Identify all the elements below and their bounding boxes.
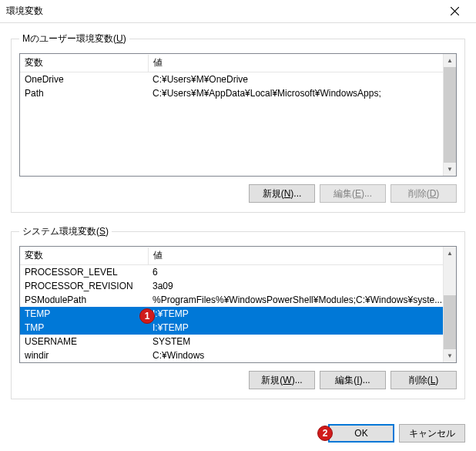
- user-buttons: 新規(N)... 編集(E)... 削除(D): [19, 184, 457, 203]
- user-edit-button: 編集(E)...: [320, 184, 386, 203]
- scroll-thumb[interactable]: [444, 295, 456, 349]
- table-row[interactable]: windirC:¥Windows: [20, 348, 456, 362]
- user-variables-legend: Mのユーザー環境変数(U): [19, 32, 129, 45]
- cell-name: Path: [20, 87, 148, 99]
- cell-name: OneDrive: [20, 73, 148, 86]
- system-variables-legend: システム環境変数(S): [19, 225, 112, 238]
- cell-name: USERNAME: [20, 335, 148, 348]
- title-bar: 環境変数: [0, 0, 476, 23]
- cell-name: windir: [20, 349, 148, 362]
- system-edit-button[interactable]: 編集(I)...: [320, 371, 386, 389]
- user-variables-group: Mのユーザー環境変数(U) 変数 値 OneDrive C:¥Users¥M¥O…: [11, 32, 465, 213]
- scroll-track[interactable]: [444, 67, 456, 163]
- close-button[interactable]: [439, 0, 470, 22]
- cell-value: C:¥Windows: [148, 349, 456, 362]
- cell-value: I:¥TEMP: [148, 321, 456, 334]
- header-variable[interactable]: 変数: [20, 247, 148, 264]
- table-row[interactable]: OneDrive C:¥Users¥M¥OneDrive: [20, 72, 456, 86]
- ok-button[interactable]: OK: [328, 424, 394, 443]
- cell-value: C:¥Users¥M¥OneDrive: [148, 73, 456, 86]
- cell-value: SYSTEM: [148, 335, 456, 348]
- annotation-2: 2: [317, 426, 333, 441]
- user-variables-list[interactable]: 変数 値 OneDrive C:¥Users¥M¥OneDrive Path C…: [19, 53, 457, 177]
- scroll-track[interactable]: [444, 260, 456, 349]
- system-buttons: 新規(W)... 編集(I)... 削除(L): [19, 371, 457, 389]
- scroll-down-icon[interactable]: ▼: [444, 349, 456, 362]
- cell-value: %ProgramFiles%¥WindowsPowerShell¥Modules…: [148, 294, 456, 306]
- scrollbar[interactable]: ▲ ▼: [443, 247, 456, 362]
- dialog-content: Mのユーザー環境変数(U) 変数 値 OneDrive C:¥Users¥M¥O…: [0, 23, 476, 419]
- cell-name: PSModulePath: [20, 294, 148, 306]
- table-row[interactable]: TEMPI:¥TEMP: [20, 307, 456, 321]
- cell-name: TEMP: [20, 308, 148, 320]
- scrollbar[interactable]: ▲ ▼: [443, 54, 456, 176]
- scroll-down-icon[interactable]: ▼: [444, 163, 456, 176]
- cell-value: 3a09: [148, 280, 456, 292]
- user-new-button[interactable]: 新規(N)...: [249, 184, 315, 203]
- cell-name: TMP: [20, 321, 148, 334]
- system-variables-list[interactable]: 1 変数 値 PROCESSOR_LEVEL6 PROCESSOR_REVISI…: [19, 246, 457, 363]
- list-header: 変数 値: [20, 247, 456, 265]
- system-variables-group: システム環境変数(S) 1 変数 値 PROCESSOR_LEVEL6 PROC…: [11, 225, 465, 399]
- table-row[interactable]: USERNAMESYSTEM: [20, 335, 456, 348]
- annotation-1: 1: [139, 308, 155, 324]
- system-new-button[interactable]: 新規(W)...: [249, 371, 315, 389]
- system-delete-button[interactable]: 削除(L): [391, 371, 457, 389]
- window-title: 環境変数: [6, 5, 439, 18]
- header-variable[interactable]: 変数: [20, 54, 148, 72]
- system-rows: PROCESSOR_LEVEL6 PROCESSOR_REVISION3a09 …: [20, 265, 456, 362]
- scroll-thumb[interactable]: [444, 67, 456, 163]
- list-header: 変数 値: [20, 54, 456, 72]
- cell-name: PROCESSOR_LEVEL: [20, 266, 148, 278]
- table-row[interactable]: PROCESSOR_LEVEL6: [20, 265, 456, 279]
- cell-value: C:¥Users¥M¥AppData¥Local¥Microsoft¥Windo…: [148, 87, 456, 99]
- cell-name: PROCESSOR_REVISION: [20, 280, 148, 292]
- header-value[interactable]: 値: [149, 54, 456, 72]
- user-delete-button: 削除(D): [391, 184, 457, 203]
- close-icon: [451, 7, 459, 15]
- cell-value: 6: [148, 266, 456, 278]
- table-row[interactable]: Path C:¥Users¥M¥AppData¥Local¥Microsoft¥…: [20, 86, 456, 100]
- dialog-footer: 2 OK キャンセル: [0, 419, 476, 451]
- table-row[interactable]: TMPI:¥TEMP: [20, 321, 456, 335]
- scroll-up-icon[interactable]: ▲: [444, 54, 456, 67]
- cell-value: I:¥TEMP: [148, 308, 456, 320]
- scroll-up-icon[interactable]: ▲: [444, 247, 456, 260]
- user-rows: OneDrive C:¥Users¥M¥OneDrive Path C:¥Use…: [20, 72, 456, 100]
- table-row[interactable]: PSModulePath%ProgramFiles%¥WindowsPowerS…: [20, 293, 456, 307]
- cancel-button[interactable]: キャンセル: [399, 424, 465, 443]
- table-row[interactable]: PROCESSOR_REVISION3a09: [20, 279, 456, 293]
- header-value[interactable]: 値: [149, 247, 456, 264]
